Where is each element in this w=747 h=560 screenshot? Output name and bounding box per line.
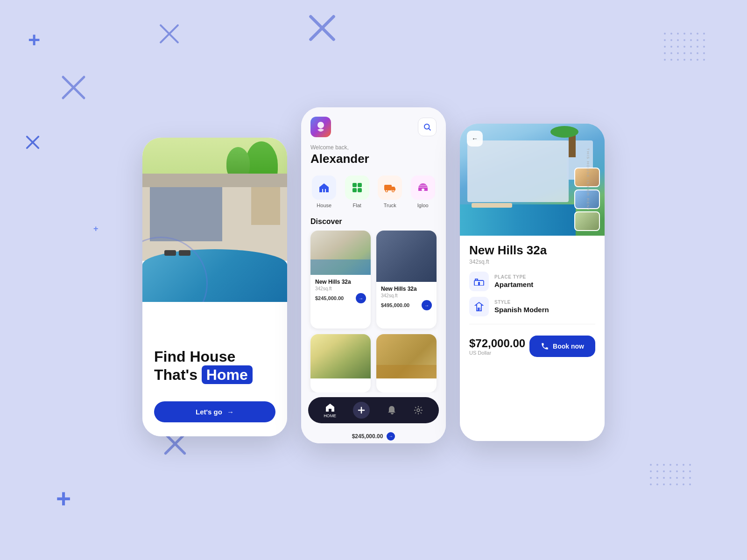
svg-line-3	[161, 25, 178, 42]
splash-title: Find House That's Home	[154, 348, 275, 384]
style-label: STYLE	[494, 300, 595, 305]
splash-bottom: Find House That's Home Let's go →	[142, 302, 287, 436]
phones-wrapper: Find House That's Home Let's go →	[142, 117, 605, 443]
bottom-nav: HOME	[308, 397, 439, 423]
svg-line-12	[429, 128, 430, 130]
detail-content: New Hills 32a 342sq.ft PLA	[460, 236, 605, 441]
svg-line-0	[63, 77, 84, 98]
discover-title: Discover	[301, 215, 446, 231]
nav-settings[interactable]	[413, 405, 423, 415]
for-rent-label: THIS HOUSE IS FOR RENT	[586, 148, 590, 211]
igloo-icon-wrap	[411, 175, 435, 200]
splash-title-line1: Find House	[154, 348, 235, 365]
svg-point-22	[393, 190, 394, 192]
footer-price: $245,000.00	[352, 433, 383, 440]
back-button[interactable]: ←	[467, 131, 483, 147]
svg-line-2	[161, 25, 178, 42]
welcome-text: Welcome back,	[310, 144, 437, 151]
bg-dots-tr	[664, 33, 705, 61]
nav-add[interactable]	[353, 402, 370, 419]
svg-rect-15	[358, 183, 362, 187]
category-flat[interactable]: Flat	[344, 175, 371, 208]
svg-rect-14	[352, 183, 357, 187]
thumb-garden[interactable]	[574, 211, 600, 231]
prop-name-2: New Hills 32a	[381, 286, 432, 292]
book-now-button[interactable]: Book now	[529, 336, 595, 357]
footer-arrow[interactable]: →	[387, 432, 395, 441]
place-type-icon	[469, 272, 489, 291]
category-igloo[interactable]: Igloo	[409, 175, 437, 208]
app-header	[301, 107, 446, 142]
price-block: $72,000.00 US Dollar	[469, 337, 525, 356]
splash-hero-image	[142, 138, 287, 302]
prop-size-1: 342sq.ft	[315, 286, 366, 291]
nav-home-label: HOME	[324, 413, 336, 418]
bg-deco-x1	[61, 75, 86, 102]
divider	[469, 324, 595, 324]
property-card-2[interactable]: New Hills 32a 342sq.ft $495,000.00 →	[376, 231, 437, 329]
property-card-1[interactable]: New Hills 32a 342sq.ft $245,000.00 →	[310, 231, 371, 329]
style-value: Spanish Modern	[494, 306, 595, 314]
app-logo	[310, 117, 331, 137]
prop-arrow-2[interactable]: →	[422, 300, 432, 310]
svg-line-6	[27, 137, 39, 148]
discover-grid: New Hills 32a 342sq.ft $245,000.00 → New…	[301, 231, 446, 392]
prop-name-1: New Hills 32a	[315, 279, 366, 285]
svg-line-1	[63, 77, 84, 98]
svg-rect-32	[479, 308, 480, 311]
igloo-label: Igloo	[417, 203, 429, 208]
prop-arrow-1[interactable]: →	[356, 293, 366, 303]
price-currency: US Dollar	[469, 350, 525, 356]
user-name: Alexander	[310, 152, 437, 166]
phone-splash: Find House That's Home Let's go →	[142, 138, 287, 436]
svg-point-10	[317, 122, 324, 128]
flat-label: Flat	[353, 203, 361, 208]
style-icon	[469, 297, 489, 316]
detail-row-style: STYLE Spanish Modern	[469, 297, 595, 316]
svg-rect-31	[478, 308, 479, 311]
svg-rect-23	[422, 189, 424, 191]
property-card-3[interactable]	[310, 334, 371, 393]
prop-size-2: 342sq.ft	[381, 293, 432, 298]
bg-deco-plus-bl: +	[56, 483, 71, 513]
place-type-label: PLACE TYPE	[494, 274, 595, 280]
bg-deco-plus-2: +	[93, 224, 99, 234]
lets-go-arrow: →	[227, 408, 234, 416]
property-card-4[interactable]	[376, 334, 437, 393]
back-arrow: ←	[472, 135, 478, 142]
house-icon-wrap	[312, 175, 336, 200]
detail-row-type: PLACE TYPE Apartament	[469, 272, 595, 291]
splash-title-line2: That's	[154, 366, 197, 383]
phone-main: Welcome back, Alexander House	[301, 107, 446, 443]
svg-point-21	[386, 190, 388, 192]
svg-line-5	[310, 16, 333, 39]
svg-point-28	[417, 409, 420, 412]
truck-icon-wrap	[378, 175, 402, 200]
price-amount: $72,000.00	[469, 337, 525, 350]
nav-home[interactable]: HOME	[324, 403, 336, 418]
detail-hero-image: ← THIS HOUSE IS FOR RENT	[460, 124, 605, 236]
detail-rows: PLACE TYPE Apartament	[469, 272, 595, 316]
bg-dots-br	[650, 464, 691, 485]
category-truck[interactable]: Truck	[376, 175, 404, 208]
nav-bell[interactable]	[387, 405, 396, 415]
greeting-section: Welcome back, Alexander	[301, 142, 446, 173]
bg-deco-x2	[159, 23, 180, 46]
svg-rect-18	[384, 185, 392, 190]
bg-deco-plus-tl: +	[28, 28, 40, 52]
detail-name: New Hills 32a	[469, 243, 595, 258]
style-text: STYLE Spanish Modern	[494, 300, 595, 314]
svg-rect-13	[323, 189, 325, 192]
search-button[interactable]	[418, 118, 437, 136]
bg-deco-x4	[26, 135, 40, 151]
book-now-label: Book now	[553, 343, 584, 350]
place-type-value: Apartament	[494, 280, 595, 288]
categories-row: House Flat	[301, 173, 446, 215]
phone-detail: ← THIS HOUSE IS FOR RENT New Hills 32a 3…	[460, 124, 605, 441]
house-label: House	[317, 203, 331, 208]
svg-rect-16	[352, 188, 357, 192]
footer-price-bar: $245,000.00 →	[301, 430, 446, 443]
flat-icon-wrap	[345, 175, 369, 200]
category-house[interactable]: House	[310, 175, 338, 208]
lets-go-button[interactable]: Let's go →	[154, 401, 275, 422]
